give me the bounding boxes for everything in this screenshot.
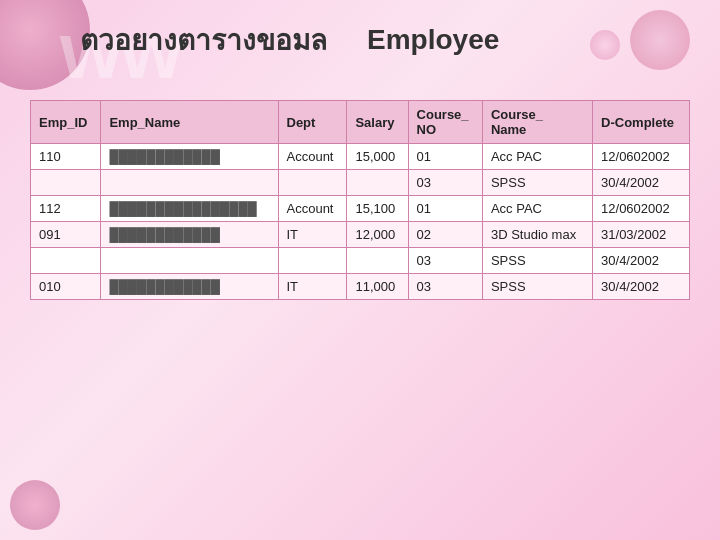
cell-emp_id-2: 112 [31, 196, 101, 222]
cell-dept-0: Account [278, 144, 347, 170]
col-header-d-complete: D-Complete [593, 101, 690, 144]
table-row: 03SPSS30/4/2002 [31, 248, 690, 274]
cell-emp_name-1 [101, 170, 278, 196]
cell-d_complete-2: 12/0602002 [593, 196, 690, 222]
cell-salary-5: 11,000 [347, 274, 408, 300]
cell-emp_name-5: ████████████ [101, 274, 278, 300]
cell-salary-0: 15,000 [347, 144, 408, 170]
main-content: Emp_ID Emp_Name Dept Salary Course_NO Co… [30, 100, 690, 300]
decorative-circle-bottomleft [10, 480, 60, 530]
title-english: Employee [367, 24, 499, 56]
employee-table: Emp_ID Emp_Name Dept Salary Course_NO Co… [30, 100, 690, 300]
cell-course_name-4: SPSS [482, 248, 592, 274]
cell-course_no-5: 03 [408, 274, 482, 300]
cell-course_name-5: SPSS [482, 274, 592, 300]
cell-emp_id-0: 110 [31, 144, 101, 170]
col-header-salary: Salary [347, 101, 408, 144]
table-row: 010████████████IT11,00003SPSS30/4/2002 [31, 274, 690, 300]
table-row: 091████████████IT12,000023D Studio max31… [31, 222, 690, 248]
cell-course_no-2: 01 [408, 196, 482, 222]
cell-d_complete-3: 31/03/2002 [593, 222, 690, 248]
cell-emp_name-2: ████████████████ [101, 196, 278, 222]
decorative-circle-topright2 [590, 30, 620, 60]
cell-course_name-2: Acc PAC [482, 196, 592, 222]
cell-emp_name-4 [101, 248, 278, 274]
cell-salary-2: 15,100 [347, 196, 408, 222]
col-header-emp-id: Emp_ID [31, 101, 101, 144]
cell-course_name-0: Acc PAC [482, 144, 592, 170]
cell-course_no-3: 02 [408, 222, 482, 248]
decorative-circle-topright [630, 10, 690, 70]
cell-d_complete-0: 12/0602002 [593, 144, 690, 170]
cell-dept-5: IT [278, 274, 347, 300]
cell-emp_name-0: ████████████ [101, 144, 278, 170]
col-header-emp-name: Emp_Name [101, 101, 278, 144]
cell-dept-1 [278, 170, 347, 196]
cell-course_name-3: 3D Studio max [482, 222, 592, 248]
cell-salary-3: 12,000 [347, 222, 408, 248]
cell-emp_id-1 [31, 170, 101, 196]
table-row: 112████████████████Account15,10001Acc PA… [31, 196, 690, 222]
cell-d_complete-4: 30/4/2002 [593, 248, 690, 274]
title-thai: ตวอยางตารางขอมล [80, 18, 327, 62]
cell-emp_id-4 [31, 248, 101, 274]
col-header-dept: Dept [278, 101, 347, 144]
cell-emp_name-3: ████████████ [101, 222, 278, 248]
cell-dept-4 [278, 248, 347, 274]
cell-salary-4 [347, 248, 408, 274]
table-header-row: Emp_ID Emp_Name Dept Salary Course_NO Co… [31, 101, 690, 144]
cell-dept-3: IT [278, 222, 347, 248]
cell-course_no-0: 01 [408, 144, 482, 170]
col-header-course-no: Course_NO [408, 101, 482, 144]
cell-salary-1 [347, 170, 408, 196]
cell-course_no-4: 03 [408, 248, 482, 274]
table-row: 03SPSS30/4/2002 [31, 170, 690, 196]
col-header-course-name: Course_Name [482, 101, 592, 144]
cell-emp_id-3: 091 [31, 222, 101, 248]
cell-d_complete-1: 30/4/2002 [593, 170, 690, 196]
cell-dept-2: Account [278, 196, 347, 222]
table-row: 110████████████Account15,00001Acc PAC12/… [31, 144, 690, 170]
cell-d_complete-5: 30/4/2002 [593, 274, 690, 300]
cell-course_name-1: SPSS [482, 170, 592, 196]
header-area: ตวอยางตารางขอมล Employee [80, 18, 499, 62]
cell-emp_id-5: 010 [31, 274, 101, 300]
cell-course_no-1: 03 [408, 170, 482, 196]
